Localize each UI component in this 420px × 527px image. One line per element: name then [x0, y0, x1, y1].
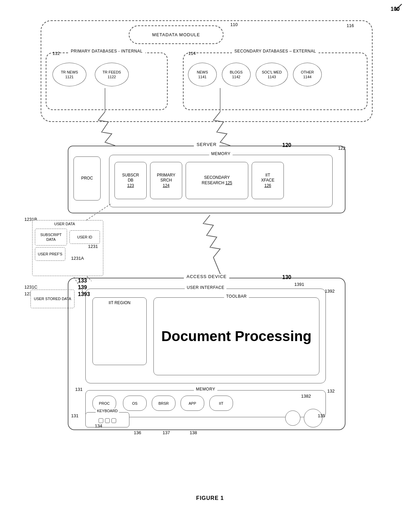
iit-region-box: IIT REGION: [92, 297, 147, 365]
mem-os-label: OS: [132, 401, 138, 405]
secondary-db-label: SECONDARY DATABASES – EXTERNAL: [232, 49, 319, 54]
memory-box: MEMORY SUBSCRDB123 PRIMARYSRCH124 SECOND…: [109, 155, 333, 207]
oval-news: NEWS1141: [188, 63, 217, 86]
memory-bottom-label: MEMORY: [194, 387, 217, 392]
server-label: SERVER: [194, 142, 219, 147]
keyboard-box: KEYBOARD: [85, 412, 129, 427]
proc-box: PROC: [74, 156, 101, 201]
user-prefs-box: USER PREF'S: [35, 247, 65, 261]
ref-1231C: 1231C: [24, 284, 37, 290]
mem-os: OS: [123, 396, 147, 411]
primary-srch-box: PRIMARYSRCH124: [150, 162, 182, 199]
ref-134: 134: [95, 423, 102, 428]
ref-131: 131: [71, 413, 79, 418]
primary-srch-label: PRIMARYSRCH124: [157, 173, 175, 189]
diagram-container: 100 110 METADATA MODULE 116 PRIMARY DATA…: [0, 0, 420, 508]
ref-137: 137: [163, 430, 170, 435]
subscript-data-label: SUBSCRIPT DATA: [35, 232, 67, 242]
ref-135: 135: [318, 413, 325, 418]
ref-1231: 1231: [88, 244, 98, 249]
oval-blogs: BLOGS1142: [222, 63, 251, 86]
mem-iit-label: IIT: [219, 401, 224, 405]
subscr-db-box: SUBSCRDB123: [114, 162, 147, 199]
socl-med-label: SOC'L MED1143: [262, 70, 282, 80]
ref-114: 114: [188, 51, 196, 56]
mem-app-label: APP: [189, 401, 196, 405]
mem-app: APP: [181, 396, 204, 411]
user-id-box: USER ID: [69, 230, 100, 244]
server-box: SERVER PROC MEMORY SUBSCRDB123 PRIMARYSR…: [68, 146, 345, 213]
ref-130: 130: [282, 274, 291, 280]
keyboard-label: KEYBOARD: [96, 408, 119, 413]
primary-db-label: PRIMARY DATABASES - INTERNAL: [68, 49, 145, 54]
iit-region-label: IIT REGION: [109, 300, 130, 305]
ref-1382-inner: 1382: [301, 394, 311, 399]
access-device-label: ACCESS DEVICE: [184, 274, 229, 279]
user-prefs-label: USER PREF'S: [38, 252, 62, 256]
access-device: ACCESS DEVICE USER INTERFACE IIT REGION …: [68, 278, 345, 430]
ui-box: USER INTERFACE IIT REGION TOOLBAR Docume…: [85, 289, 326, 383]
user-stored-data-label: USER STORED DATA: [34, 296, 71, 301]
keyboard-area: KEYBOARD: [85, 412, 129, 427]
ref-1392-inner: 1392: [325, 289, 335, 294]
key-dot-2: [105, 418, 110, 423]
mem-iit: IIT: [209, 396, 233, 411]
mem-brsr: BRSR: [152, 396, 175, 411]
user-data-label: USER DATA: [54, 222, 75, 226]
user-id-label: USER ID: [77, 235, 92, 239]
ref-1391-inner: 1391: [294, 282, 304, 287]
oval-tr-news: TR NEWS1121: [52, 63, 86, 86]
ui-label: USER INTERFACE: [185, 285, 226, 290]
circle-btn-1[interactable]: [285, 410, 300, 426]
key-dot-3: [111, 418, 116, 423]
news-label: NEWS1141: [197, 70, 208, 80]
oval-tr-feeds: TR FEEDS1122: [95, 63, 129, 86]
memory-label: MEMORY: [209, 151, 233, 156]
ref-116: 116: [346, 23, 354, 28]
blogs-label: BLOGS1142: [230, 70, 243, 80]
doc-processing-text: Document Processing: [161, 329, 311, 344]
ref-122: 122: [338, 146, 345, 151]
key-dot-1: [99, 418, 103, 423]
iit-xface-label: IITXFACE126: [261, 173, 274, 189]
ref-120: 120: [282, 142, 291, 148]
mem-brsr-label: BRSR: [159, 401, 169, 405]
ref-112: 112: [52, 51, 60, 56]
tr-feeds-label: TR FEEDS1122: [103, 70, 121, 80]
other-label: OTHER1144: [301, 70, 314, 80]
iit-xface-box: IITXFACE126: [252, 162, 284, 199]
ref-136: 136: [134, 430, 141, 435]
ref-132-inner: 132: [327, 388, 335, 394]
arrow-100: [392, 3, 402, 14]
keyboard-dots: [99, 418, 116, 423]
subscr-db-label: SUBSCRDB123: [122, 173, 139, 189]
oval-other: OTHER1144: [293, 63, 322, 86]
ref-138: 138: [190, 430, 197, 435]
metadata-module: METADATA MODULE: [129, 25, 224, 44]
toolbar-label: TOOLBAR: [224, 294, 249, 299]
ref-131-inner: 131: [75, 387, 83, 392]
secondary-research-label: SECONDARYRESEARCH 125: [202, 175, 232, 186]
subscript-data-box: SUBSCRIPT DATA: [35, 229, 67, 246]
tr-news-label: TR NEWS1121: [61, 70, 78, 80]
metadata-module-label: METADATA MODULE: [152, 32, 200, 37]
svg-line-0: [396, 4, 402, 10]
secondary-research-box: SECONDARYRESEARCH 125: [186, 162, 248, 199]
toolbar-box: TOOLBAR Document Processing: [153, 297, 319, 375]
figure-label: FIGURE 1: [196, 495, 224, 501]
ref-1231A: 1231A: [71, 256, 84, 261]
ref-110: 110: [230, 22, 238, 27]
proc-label: PROC: [81, 176, 93, 181]
mem-proc-label: PROC: [99, 401, 110, 405]
oval-socl-med: SOC'L MED1143: [256, 63, 288, 86]
